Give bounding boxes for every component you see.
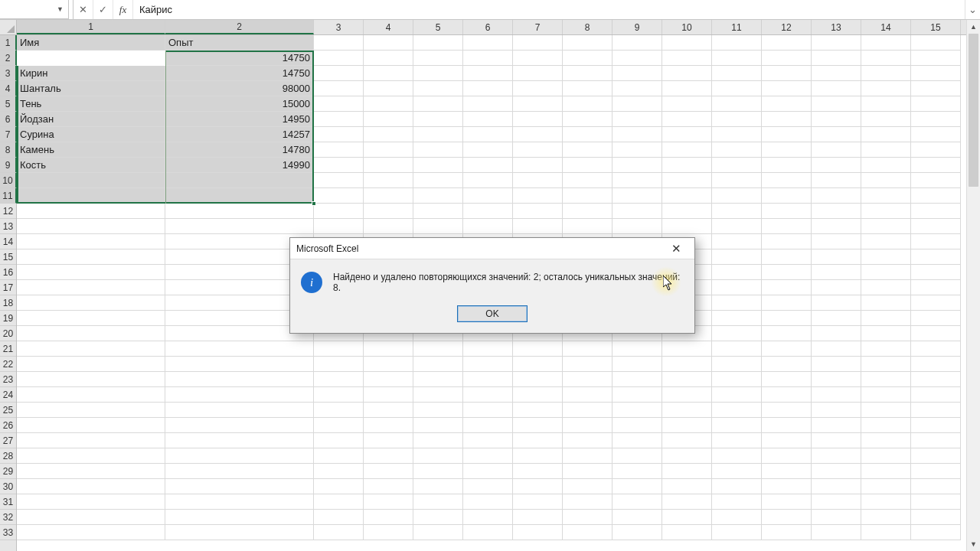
cell[interactable] [911,448,961,464]
cell[interactable] [762,311,812,326]
cell[interactable] [762,448,812,464]
cell[interactable] [314,158,364,173]
cell[interactable] [762,372,812,387]
cell[interactable] [165,479,314,494]
cell[interactable] [911,280,961,295]
cell[interactable] [612,479,662,494]
cell[interactable] [463,372,513,387]
row-header[interactable]: 3 [0,66,17,81]
cell[interactable] [612,494,662,510]
cell[interactable] [513,158,563,173]
cell[interactable] [612,188,662,204]
cell[interactable] [812,418,861,433]
cell[interactable] [563,127,612,142]
vertical-scrollbar[interactable]: ▲ ▼ [966,20,980,551]
cell[interactable] [413,510,463,525]
cell[interactable] [911,51,961,66]
cell[interactable] [762,35,812,51]
cell[interactable]: Тень [17,96,165,112]
column-header[interactable]: 5 [413,20,463,34]
cell[interactable] [911,66,961,81]
cell[interactable] [612,418,662,433]
cell[interactable] [861,66,911,81]
cell[interactable] [165,510,314,525]
cell[interactable] [17,418,165,433]
cell[interactable] [861,403,911,418]
row-header[interactable]: 23 [0,372,16,387]
cell[interactable] [662,66,712,81]
cell[interactable] [17,357,165,372]
cell[interactable] [762,249,812,265]
cell[interactable] [861,280,911,295]
cell[interactable] [314,448,364,464]
cell[interactable] [812,35,861,51]
cell[interactable] [712,142,762,158]
cell[interactable] [712,127,762,142]
cell[interactable] [413,357,463,372]
cell[interactable] [563,66,612,81]
cell[interactable] [17,249,165,265]
cell[interactable] [165,433,314,448]
cell[interactable] [463,66,513,81]
cell[interactable] [911,204,961,219]
cell[interactable] [463,127,513,142]
cell[interactable] [861,234,911,249]
cell[interactable]: 14750 [165,66,314,81]
cell[interactable] [364,51,413,66]
cell[interactable] [662,403,712,418]
cell[interactable] [364,96,413,112]
cell[interactable] [911,173,961,188]
cell[interactable] [911,403,961,418]
cell[interactable] [563,341,612,357]
cell[interactable] [165,219,314,234]
cell[interactable] [762,127,812,142]
cell[interactable] [712,280,762,295]
row-header[interactable]: 25 [0,403,16,418]
cell[interactable] [812,464,861,479]
cell[interactable] [563,51,612,66]
cell[interactable] [513,433,563,448]
cell[interactable] [911,35,961,51]
column-header[interactable]: 8 [563,20,612,34]
cell[interactable]: 14990 [165,158,314,173]
cell[interactable] [861,204,911,219]
close-icon[interactable]: ✕ [664,238,688,259]
cell[interactable] [762,66,812,81]
cell[interactable] [612,448,662,464]
cell[interactable] [364,403,413,418]
cell[interactable] [463,35,513,51]
cell[interactable] [165,525,314,540]
cell[interactable]: 14257 [165,127,314,142]
row-header[interactable]: 6 [0,112,17,127]
cell[interactable] [812,479,861,494]
cell[interactable] [911,341,961,357]
cell[interactable] [513,372,563,387]
cell[interactable] [413,479,463,494]
cell[interactable] [662,464,712,479]
cell[interactable] [463,433,513,448]
cell[interactable] [563,219,612,234]
dialog-titlebar[interactable]: Microsoft Excel ✕ [290,238,694,259]
cell[interactable] [513,494,563,510]
cell[interactable] [911,234,961,249]
cell[interactable] [612,433,662,448]
cell[interactable] [662,35,712,51]
cell[interactable] [612,357,662,372]
cell[interactable] [563,525,612,540]
cell[interactable] [563,96,612,112]
row-header[interactable]: 32 [0,510,16,525]
column-header[interactable]: 13 [812,20,861,34]
cell[interactable]: 14750 [165,51,314,66]
cell[interactable] [712,66,762,81]
cell[interactable] [463,173,513,188]
cell[interactable] [364,127,413,142]
cell[interactable] [911,464,961,479]
cell[interactable] [762,494,812,510]
cell[interactable] [911,81,961,96]
cell[interactable] [17,326,165,341]
cell[interactable] [563,510,612,525]
ok-button[interactable]: OK [457,305,528,322]
cell[interactable] [314,127,364,142]
cell[interactable] [712,96,762,112]
cell[interactable] [911,311,961,326]
